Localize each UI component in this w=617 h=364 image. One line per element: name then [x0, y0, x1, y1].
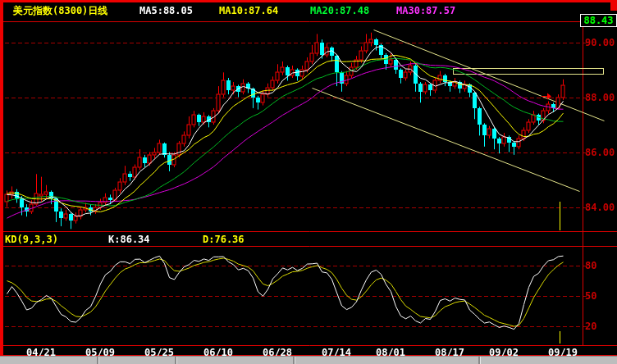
scrollbar-divider[interactable]: [478, 357, 481, 364]
horizontal-scrollbar[interactable]: [0, 356, 617, 364]
kd-indicator-label: KD(9,3,3): [5, 234, 58, 245]
kd-axis-label-50: 50: [585, 290, 596, 302]
stock-chart-window: 美元指数(8300)日线 MA5:88.05 MA10:87.64 MA20:8…: [0, 0, 617, 364]
ma5-value-label: MA5:88.05: [139, 5, 193, 16]
price-axis-label-84: 84.00: [585, 202, 615, 213]
chart-title: 美元指数(8300)日线: [13, 5, 107, 16]
scrollbar-divider[interactable]: [97, 357, 99, 364]
kd-d-value-label: D:76.36: [203, 234, 245, 245]
chart-canvas[interactable]: [0, 0, 617, 364]
ma30-value-label: MA30:87.57: [396, 5, 455, 16]
window-top-border: [0, 0, 617, 2]
ma10-value-label: MA10:87.64: [219, 5, 278, 16]
ma20-value-label: MA20:87.48: [310, 5, 369, 16]
window-left-border: [0, 0, 3, 356]
scrollbar-divider[interactable]: [293, 357, 295, 364]
price-axis-label-86: 86.00: [585, 147, 615, 158]
scrollbar-divider[interactable]: [175, 357, 177, 364]
last-price-badge: 88.43: [580, 14, 617, 27]
window-top-right-border: [610, 0, 617, 11]
kd-k-value-label: K:86.34: [108, 234, 150, 245]
price-axis-label-88: 88.00: [585, 92, 615, 103]
price-axis-label-90: 90.00: [585, 37, 615, 48]
kd-axis-label-80: 80: [585, 260, 596, 271]
kd-axis-label-20: 20: [585, 321, 596, 332]
